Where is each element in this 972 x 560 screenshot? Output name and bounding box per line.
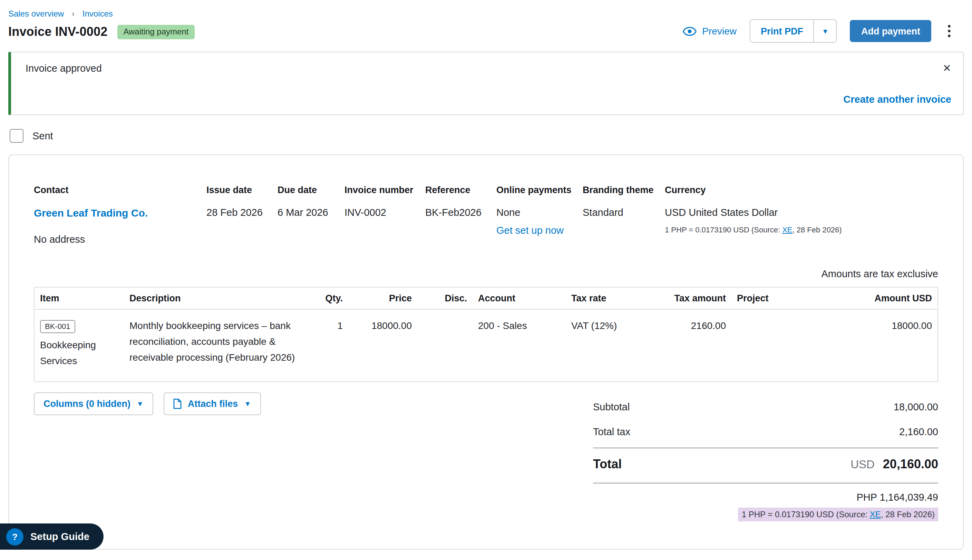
invoice-page: Sales overview › Invoices Invoice INV-00… xyxy=(0,0,972,560)
more-options-button[interactable] xyxy=(944,23,954,39)
exchange-rate-highlight: 1 PHP = 0.0173190 USD (Source: XE, 28 Fe… xyxy=(738,508,938,522)
reference-value: BK-Feb2026 xyxy=(425,207,488,218)
page-title: Invoice INV-0002 xyxy=(8,25,107,39)
tax-exclusive-note: Amounts are tax exclusive xyxy=(34,268,938,279)
issue-date-label: Issue date xyxy=(206,185,269,195)
sent-row: Sent xyxy=(10,129,964,143)
columns-label: Columns (0 hidden) xyxy=(43,398,130,409)
invoice-number-value: INV-0002 xyxy=(345,207,417,218)
contact-address: No address xyxy=(34,234,198,245)
rate-suffix: , 28 Feb 2026) xyxy=(881,510,935,519)
converted-total: PHP 1,164,039.49 xyxy=(593,483,938,508)
field-online-payments: Online payments None Get set up now xyxy=(496,185,583,245)
table-toolbar: Columns (0 hidden) ▼ Attach files ▼ xyxy=(34,392,261,415)
eye-icon xyxy=(683,27,696,35)
sent-checkbox[interactable] xyxy=(10,129,23,143)
invoice-card: Contact Green Leaf Trading Co. No addres… xyxy=(8,155,964,550)
kebab-icon xyxy=(948,25,950,37)
print-pdf-split-button: Print PDF ▼ xyxy=(750,19,837,43)
create-another-invoice-link[interactable]: Create another invoice xyxy=(843,94,951,105)
col-disc: Disc. xyxy=(417,287,473,309)
col-tax-rate: Tax rate xyxy=(566,287,662,309)
cell-item: BK-001 Bookkeeping Services xyxy=(34,309,124,382)
issue-date-value: 28 Feb 2026 xyxy=(206,207,269,218)
total-tax-label: Total tax xyxy=(593,426,630,437)
col-price: Price xyxy=(348,287,417,309)
due-date-value: 6 Mar 2026 xyxy=(278,207,336,218)
total-tax-row: Total tax 2,160.00 xyxy=(593,419,938,444)
add-payment-button[interactable]: Add payment xyxy=(850,20,931,42)
subtotal-row: Subtotal 18,000.00 xyxy=(593,395,938,419)
chevron-down-icon: ▼ xyxy=(244,400,251,408)
total-currency: USD xyxy=(850,458,875,471)
cell-tax-rate: VAT (12%) xyxy=(566,309,662,382)
alert-message: Invoice approved xyxy=(25,63,102,74)
cell-price: 18000.00 xyxy=(348,309,417,382)
breadcrumb-link-sales-overview[interactable]: Sales overview xyxy=(8,9,64,18)
topbar-left: Sales overview › Invoices Invoice INV-00… xyxy=(8,9,195,39)
field-reference: Reference BK-Feb2026 xyxy=(425,185,496,245)
col-project: Project xyxy=(731,287,821,309)
topbar-actions: Preview Print PDF ▼ Add payment xyxy=(683,19,954,43)
subtotal-value: 18,000.00 xyxy=(893,402,938,412)
cell-account: 200 - Sales xyxy=(473,309,566,382)
attach-files-label: Attach files xyxy=(188,398,238,409)
columns-button[interactable]: Columns (0 hidden) ▼ xyxy=(34,392,153,415)
currency-label: Currency xyxy=(665,185,930,195)
due-date-label: Due date xyxy=(278,185,336,195)
contact-link[interactable]: Green Leaf Trading Co. xyxy=(34,207,148,218)
invoice-details: Contact Green Leaf Trading Co. No addres… xyxy=(34,185,938,245)
close-icon[interactable]: ✕ xyxy=(943,63,951,73)
setup-guide-button[interactable]: ? Setup Guide xyxy=(0,523,104,550)
xe-source-link[interactable]: XE xyxy=(870,510,881,519)
field-currency: Currency USD United States Dollar 1 PHP … xyxy=(665,185,938,245)
chevron-down-icon: ▼ xyxy=(822,27,829,35)
total-tax-value: 2,160.00 xyxy=(899,426,938,437)
xe-source-link[interactable]: XE xyxy=(782,225,792,234)
cell-description: Monthly bookkeeping services – bank reco… xyxy=(124,309,310,382)
breadcrumb-link-invoices[interactable]: Invoices xyxy=(82,9,113,18)
reference-label: Reference xyxy=(425,185,488,195)
online-payments-value: None xyxy=(496,207,574,218)
preview-label: Preview xyxy=(702,25,736,37)
print-pdf-button[interactable]: Print PDF xyxy=(750,20,813,42)
attach-files-button[interactable]: Attach files ▼ xyxy=(164,392,261,415)
cell-tax-amount: 2160.00 xyxy=(662,309,731,382)
col-tax-amount: Tax amount xyxy=(662,287,731,309)
total-row: Total USD 20,160.00 xyxy=(593,448,938,479)
item-code-badge: BK-001 xyxy=(40,320,75,333)
item-name: Bookkeeping Services xyxy=(40,337,119,369)
field-due-date: Due date 6 Mar 2026 xyxy=(278,185,345,245)
totals-panel: Subtotal 18,000.00 Total tax 2,160.00 To… xyxy=(593,395,938,522)
setup-guide-label: Setup Guide xyxy=(30,531,89,542)
line-items-table: Item Description Qty. Price Disc. Accoun… xyxy=(34,287,938,382)
sent-label: Sent xyxy=(32,130,53,142)
cell-qty: 1 xyxy=(310,309,348,382)
branding-theme-value: Standard xyxy=(583,207,656,218)
rate-prefix: 1 PHP = 0.0173190 USD (Source: xyxy=(665,225,782,234)
table-row: BK-001 Bookkeeping Services Monthly book… xyxy=(34,309,938,382)
preview-button[interactable]: Preview xyxy=(683,25,736,37)
print-pdf-dropdown-button[interactable]: ▼ xyxy=(813,20,836,42)
alert-actions: Create another invoice xyxy=(25,93,951,105)
total-value: 20,160.00 xyxy=(883,457,938,472)
col-description: Description xyxy=(124,287,310,309)
breadcrumb-separator-icon: › xyxy=(72,9,75,18)
col-account: Account xyxy=(473,287,566,309)
branding-theme-label: Branding theme xyxy=(583,185,656,195)
status-badge: Awaiting payment xyxy=(117,25,195,39)
field-contact: Contact Green Leaf Trading Co. No addres… xyxy=(34,185,206,245)
cell-disc xyxy=(417,309,473,382)
currency-value: USD United States Dollar xyxy=(665,207,930,218)
contact-label: Contact xyxy=(34,185,198,195)
cell-amount-usd: 18000.00 xyxy=(821,309,938,382)
table-header-row: Item Description Qty. Price Disc. Accoun… xyxy=(34,287,938,309)
title-row: Invoice INV-0002 Awaiting payment xyxy=(8,25,195,39)
field-branding-theme: Branding theme Standard xyxy=(583,185,665,245)
chevron-down-icon: ▼ xyxy=(137,400,144,408)
subtotal-label: Subtotal xyxy=(593,402,630,412)
total-amount-group: USD 20,160.00 xyxy=(850,457,938,472)
file-icon xyxy=(173,398,182,409)
rate-prefix: 1 PHP = 0.0173190 USD (Source: xyxy=(742,510,870,519)
get-set-up-now-link[interactable]: Get set up now xyxy=(496,225,564,236)
